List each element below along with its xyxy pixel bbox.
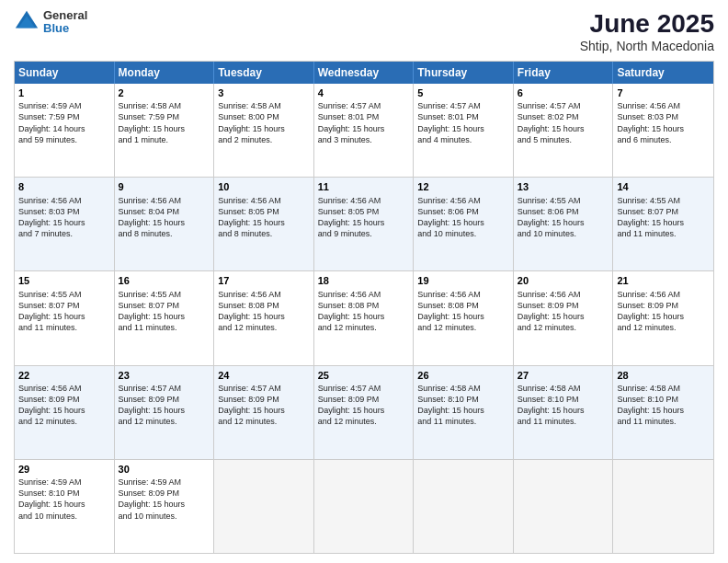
- logo-icon: [14, 9, 40, 35]
- cell-info: Sunrise: 4:57 AM Sunset: 8:02 PM Dayligh…: [518, 100, 609, 145]
- calendar-cell: [613, 460, 713, 553]
- calendar-cell: 28Sunrise: 4:58 AM Sunset: 8:10 PM Dayli…: [613, 366, 713, 459]
- day-number: 21: [617, 274, 710, 287]
- day-number: 23: [119, 369, 210, 382]
- calendar-header-cell: Saturday: [613, 62, 713, 84]
- calendar-cell: 11Sunrise: 4:56 AM Sunset: 8:05 PM Dayli…: [314, 178, 415, 270]
- day-number: 13: [518, 180, 609, 193]
- calendar-cell: 22Sunrise: 4:56 AM Sunset: 8:09 PM Dayli…: [15, 366, 115, 459]
- cell-info: Sunrise: 4:58 AM Sunset: 7:59 PM Dayligh…: [119, 100, 210, 145]
- calendar-header-cell: Monday: [115, 62, 215, 84]
- cell-info: Sunrise: 4:57 AM Sunset: 8:09 PM Dayligh…: [119, 383, 210, 428]
- day-number: 19: [417, 274, 509, 287]
- calendar-cell: 16Sunrise: 4:55 AM Sunset: 8:07 PM Dayli…: [115, 271, 215, 364]
- day-number: 26: [417, 369, 509, 382]
- cell-info: Sunrise: 4:57 AM Sunset: 8:09 PM Dayligh…: [218, 383, 310, 428]
- calendar-cell: 14Sunrise: 4:55 AM Sunset: 8:07 PM Dayli…: [613, 178, 713, 270]
- calendar-cell: 20Sunrise: 4:56 AM Sunset: 8:09 PM Dayli…: [514, 271, 614, 364]
- cell-info: Sunrise: 4:56 AM Sunset: 8:09 PM Dayligh…: [18, 383, 110, 428]
- cell-info: Sunrise: 4:55 AM Sunset: 8:06 PM Dayligh…: [518, 195, 609, 240]
- day-number: 2: [119, 86, 210, 99]
- calendar-row: 29Sunrise: 4:59 AM Sunset: 8:10 PM Dayli…: [15, 459, 713, 553]
- main-title: June 2025: [580, 9, 714, 39]
- cell-info: Sunrise: 4:55 AM Sunset: 8:07 PM Dayligh…: [18, 289, 110, 334]
- day-number: 5: [417, 86, 509, 99]
- cell-info: Sunrise: 4:56 AM Sunset: 8:06 PM Dayligh…: [417, 195, 509, 240]
- calendar-cell: [514, 460, 614, 553]
- calendar-cell: 25Sunrise: 4:57 AM Sunset: 8:09 PM Dayli…: [314, 366, 415, 459]
- cell-info: Sunrise: 4:57 AM Sunset: 8:09 PM Dayligh…: [318, 383, 410, 428]
- calendar-cell: 8Sunrise: 4:56 AM Sunset: 8:03 PM Daylig…: [15, 178, 115, 270]
- day-number: 20: [518, 274, 609, 287]
- page: General Blue June 2025 Shtip, North Mace…: [0, 0, 728, 563]
- day-number: 30: [119, 463, 210, 476]
- cell-info: Sunrise: 4:56 AM Sunset: 8:03 PM Dayligh…: [617, 100, 710, 145]
- calendar-cell: 4Sunrise: 4:57 AM Sunset: 8:01 PM Daylig…: [314, 84, 415, 177]
- cell-info: Sunrise: 4:57 AM Sunset: 8:01 PM Dayligh…: [417, 100, 509, 145]
- calendar-cell: 18Sunrise: 4:56 AM Sunset: 8:08 PM Dayli…: [314, 271, 415, 364]
- day-number: 18: [318, 274, 410, 287]
- calendar-row: 1Sunrise: 4:59 AM Sunset: 7:59 PM Daylig…: [15, 84, 713, 177]
- calendar-cell: 15Sunrise: 4:55 AM Sunset: 8:07 PM Dayli…: [15, 271, 115, 364]
- calendar-header: SundayMondayTuesdayWednesdayThursdayFrid…: [15, 62, 713, 84]
- cell-info: Sunrise: 4:55 AM Sunset: 8:07 PM Dayligh…: [617, 195, 710, 240]
- cell-info: Sunrise: 4:56 AM Sunset: 8:08 PM Dayligh…: [218, 289, 310, 334]
- cell-info: Sunrise: 4:56 AM Sunset: 8:05 PM Dayligh…: [218, 195, 310, 240]
- cell-info: Sunrise: 4:56 AM Sunset: 8:08 PM Dayligh…: [417, 289, 509, 334]
- day-number: 12: [417, 180, 509, 193]
- day-number: 25: [318, 369, 410, 382]
- calendar-header-cell: Sunday: [15, 62, 115, 84]
- calendar-cell: 7Sunrise: 4:56 AM Sunset: 8:03 PM Daylig…: [613, 84, 713, 177]
- logo: General Blue: [14, 9, 87, 36]
- day-number: 15: [18, 274, 110, 287]
- calendar-cell: 21Sunrise: 4:56 AM Sunset: 8:09 PM Dayli…: [613, 271, 713, 364]
- calendar-row: 8Sunrise: 4:56 AM Sunset: 8:03 PM Daylig…: [15, 177, 713, 270]
- calendar-cell: 30Sunrise: 4:59 AM Sunset: 8:09 PM Dayli…: [115, 460, 215, 553]
- cell-info: Sunrise: 4:57 AM Sunset: 8:01 PM Dayligh…: [318, 100, 410, 145]
- day-number: 6: [518, 86, 609, 99]
- calendar-header-cell: Thursday: [414, 62, 514, 84]
- day-number: 8: [18, 180, 110, 193]
- calendar-row: 22Sunrise: 4:56 AM Sunset: 8:09 PM Dayli…: [15, 365, 713, 459]
- day-number: 24: [218, 369, 310, 382]
- calendar-header-cell: Wednesday: [314, 62, 415, 84]
- calendar-cell: [414, 460, 514, 553]
- day-number: 28: [617, 369, 710, 382]
- calendar-cell: [314, 460, 415, 553]
- day-number: 9: [119, 180, 210, 193]
- day-number: 16: [119, 274, 210, 287]
- calendar-cell: 6Sunrise: 4:57 AM Sunset: 8:02 PM Daylig…: [514, 84, 614, 177]
- calendar-cell: 10Sunrise: 4:56 AM Sunset: 8:05 PM Dayli…: [214, 178, 314, 270]
- day-number: 11: [318, 180, 410, 193]
- calendar-cell: 9Sunrise: 4:56 AM Sunset: 8:04 PM Daylig…: [115, 178, 215, 270]
- calendar-cell: 5Sunrise: 4:57 AM Sunset: 8:01 PM Daylig…: [414, 84, 514, 177]
- cell-info: Sunrise: 4:58 AM Sunset: 8:10 PM Dayligh…: [518, 383, 609, 428]
- cell-info: Sunrise: 4:58 AM Sunset: 8:10 PM Dayligh…: [417, 383, 509, 428]
- day-number: 10: [218, 180, 310, 193]
- calendar-cell: 19Sunrise: 4:56 AM Sunset: 8:08 PM Dayli…: [414, 271, 514, 364]
- cell-info: Sunrise: 4:59 AM Sunset: 8:10 PM Dayligh…: [18, 477, 110, 522]
- day-number: 29: [18, 463, 110, 476]
- calendar-cell: 3Sunrise: 4:58 AM Sunset: 8:00 PM Daylig…: [214, 84, 314, 177]
- cell-info: Sunrise: 4:59 AM Sunset: 7:59 PM Dayligh…: [18, 100, 110, 145]
- calendar-cell: 17Sunrise: 4:56 AM Sunset: 8:08 PM Dayli…: [214, 271, 314, 364]
- cell-info: Sunrise: 4:56 AM Sunset: 8:03 PM Dayligh…: [18, 195, 110, 240]
- cell-info: Sunrise: 4:55 AM Sunset: 8:07 PM Dayligh…: [119, 289, 210, 334]
- calendar-cell: 13Sunrise: 4:55 AM Sunset: 8:06 PM Dayli…: [514, 178, 614, 270]
- calendar-cell: 1Sunrise: 4:59 AM Sunset: 7:59 PM Daylig…: [15, 84, 115, 177]
- calendar-cell: 27Sunrise: 4:58 AM Sunset: 8:10 PM Dayli…: [514, 366, 614, 459]
- calendar-cell: 24Sunrise: 4:57 AM Sunset: 8:09 PM Dayli…: [214, 366, 314, 459]
- subtitle: Shtip, North Macedonia: [580, 39, 714, 53]
- calendar-cell: 2Sunrise: 4:58 AM Sunset: 7:59 PM Daylig…: [115, 84, 215, 177]
- day-number: 27: [518, 369, 609, 382]
- title-block: June 2025 Shtip, North Macedonia: [580, 9, 714, 53]
- day-number: 3: [218, 86, 310, 99]
- cell-info: Sunrise: 4:56 AM Sunset: 8:08 PM Dayligh…: [318, 289, 410, 334]
- calendar-header-cell: Tuesday: [214, 62, 314, 84]
- calendar: SundayMondayTuesdayWednesdayThursdayFrid…: [14, 61, 714, 554]
- logo-blue: Blue: [43, 22, 87, 35]
- calendar-cell: 12Sunrise: 4:56 AM Sunset: 8:06 PM Dayli…: [414, 178, 514, 270]
- cell-info: Sunrise: 4:56 AM Sunset: 8:05 PM Dayligh…: [318, 195, 410, 240]
- calendar-body: 1Sunrise: 4:59 AM Sunset: 7:59 PM Daylig…: [15, 84, 713, 553]
- logo-general: General: [43, 9, 87, 22]
